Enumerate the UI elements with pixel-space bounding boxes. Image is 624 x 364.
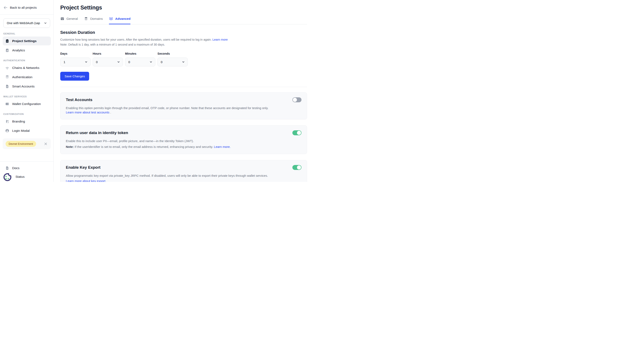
seconds-value: 0 — [161, 60, 162, 64]
minutes-select[interactable]: 0 — [125, 58, 156, 66]
card-title: Enable Key Export — [66, 165, 101, 170]
document-icon — [5, 84, 9, 89]
branding-icon — [5, 120, 9, 123]
sidebar-item-status[interactable]: Status — [3, 172, 51, 181]
duration-fields: Days 1 Hours 0 Minutes 0 — [60, 52, 307, 66]
wallet-icon — [5, 102, 9, 106]
tab-general[interactable]: General — [60, 17, 78, 24]
tab-label: Advanced — [115, 17, 130, 21]
identity-token-learn-more-link[interactable]: Learn more. — [214, 145, 231, 148]
section-label-customization: CUSTOMIZATION — [3, 113, 50, 115]
hours-label: Hours — [93, 52, 123, 55]
hours-value: 0 — [96, 60, 98, 64]
card-description-suffix: . — [109, 111, 111, 114]
docs-icon — [5, 166, 9, 170]
sidebar-item-label: Authentication — [12, 75, 32, 79]
web3auth-dashboard: Back to all projects One with Web3Auth (… — [0, 0, 312, 182]
toggle-knob — [293, 98, 297, 102]
tab-label: Domains — [90, 17, 103, 21]
footer-item-label: Status — [15, 175, 25, 179]
sidebar-item-label: Login Modal — [12, 129, 29, 133]
key-export-card: Enable Key Export Allow programmatic key… — [60, 160, 307, 182]
divider — [0, 14, 53, 15]
sidebar-item-chains-networks[interactable]: Chains & Networks — [3, 63, 51, 72]
test-accounts-learn-more-link[interactable]: Learn more about test accounts — [66, 111, 109, 114]
note-text: If the userIdentifier is set to email, o… — [74, 145, 214, 148]
sidebar-item-wallet-configuration[interactable]: Wallet Configuration — [3, 99, 51, 108]
sidebar-item-label: Project Settings — [12, 39, 37, 43]
tab-label: General — [66, 17, 78, 21]
sidebar-item-analytics[interactable]: Analytics — [3, 46, 51, 55]
sliders-icon — [109, 17, 113, 21]
seconds-label: Seconds — [157, 52, 188, 55]
key-export-learn-more-link[interactable]: Learn more about key export. — [66, 179, 106, 182]
save-changes-button[interactable]: Save Changes — [60, 72, 89, 81]
hours-select[interactable]: 0 — [93, 58, 123, 66]
table-cells-icon — [60, 17, 64, 21]
session-duration-title: Session Duration — [60, 30, 307, 35]
days-field: Days 1 — [60, 52, 91, 66]
tab-bar: General Domains Advanced — [60, 17, 307, 24]
chevron-down-icon — [182, 60, 185, 64]
card-description: Enabling this option permits login throu… — [66, 106, 272, 115]
wifi-icon — [5, 66, 9, 70]
section-label-wallet-services: WALLET SERVICES — [3, 95, 50, 98]
identity-token-card: Return user data in identity token Enabl… — [60, 125, 307, 154]
card-description: Enable this to include user PII—email, p… — [66, 139, 302, 143]
close-icon[interactable] — [44, 142, 48, 146]
sidebar-item-login-modal[interactable]: Login Modal — [3, 126, 51, 135]
sidebar-footer: Docs Status — [0, 162, 53, 182]
page-title: Project Settings — [60, 4, 307, 11]
card-description-text: Enabling this option permits login throu… — [66, 106, 268, 110]
card-description: Allow programmatic key export via privat… — [66, 173, 302, 178]
sidebar-item-authentication[interactable]: Authentication — [3, 73, 51, 81]
test-accounts-card: Test Accounts Enabling this option permi… — [60, 92, 307, 120]
identity-token-toggle[interactable] — [292, 130, 302, 135]
sidebar-item-branding[interactable]: Branding — [3, 117, 51, 126]
section-label-general: GENERAL — [3, 32, 50, 35]
sidebar-item-label: Wallet Configuration — [12, 102, 41, 106]
cookie-consent-icon[interactable] — [3, 172, 13, 182]
card-title: Test Accounts — [66, 97, 92, 102]
footer-item-label: Docs — [12, 166, 19, 170]
sidebar-item-label: Analytics — [12, 49, 25, 52]
note-prefix: Note: — [66, 145, 74, 148]
days-select[interactable]: 1 — [60, 58, 91, 66]
days-label: Days — [60, 52, 91, 55]
environment-card: Devnet Environment — [3, 138, 51, 149]
session-duration-description: Customize how long sessions last for you… — [60, 38, 307, 42]
section-label-authentication: AUTHENTICATION — [3, 59, 50, 62]
project-select-value: One with Web3Auth (sap — [7, 22, 40, 25]
main-content: Project Settings General Domains Advance… — [54, 0, 312, 182]
session-duration-note: Note: Default is 1 day, with a minimum o… — [60, 43, 307, 47]
toggle-knob — [297, 131, 301, 135]
chevron-down-icon — [44, 22, 47, 25]
sidebar-item-smart-accounts[interactable]: Smart Accounts — [3, 82, 51, 91]
sidebar-item-label: Smart Accounts — [12, 85, 35, 88]
database-icon — [84, 17, 88, 21]
sidebar-item-label: Branding — [12, 120, 25, 123]
session-description-text: Customize how long sessions last for you… — [60, 38, 211, 41]
key-export-toggle[interactable] — [292, 165, 302, 170]
tab-advanced[interactable]: Advanced — [109, 17, 130, 24]
hours-field: Hours 0 — [93, 52, 123, 66]
chevron-down-icon — [149, 60, 153, 64]
toggle-knob — [297, 165, 301, 170]
sidebar: Back to all projects One with Web3Auth (… — [0, 0, 54, 182]
user-circle-icon — [5, 129, 9, 133]
seconds-select[interactable]: 0 — [157, 58, 188, 66]
card-note: Note: If the userIdentifier is set to em… — [66, 145, 302, 149]
test-accounts-toggle[interactable] — [292, 97, 302, 102]
session-learn-more-link[interactable]: Learn more — [212, 38, 228, 41]
card-title: Return user data in identity token — [66, 131, 128, 135]
project-select[interactable]: One with Web3Auth (sap — [3, 18, 50, 28]
database-icon — [5, 75, 9, 79]
back-to-projects-button[interactable]: Back to all projects — [0, 0, 53, 14]
minutes-value: 0 — [128, 60, 130, 64]
arrow-left-icon — [3, 5, 8, 10]
days-value: 1 — [64, 60, 65, 64]
sidebar-item-project-settings[interactable]: Project Settings — [3, 37, 51, 45]
sidebar-item-docs[interactable]: Docs — [3, 164, 51, 172]
clipboard-icon — [5, 39, 9, 43]
tab-domains[interactable]: Domains — [84, 17, 103, 24]
